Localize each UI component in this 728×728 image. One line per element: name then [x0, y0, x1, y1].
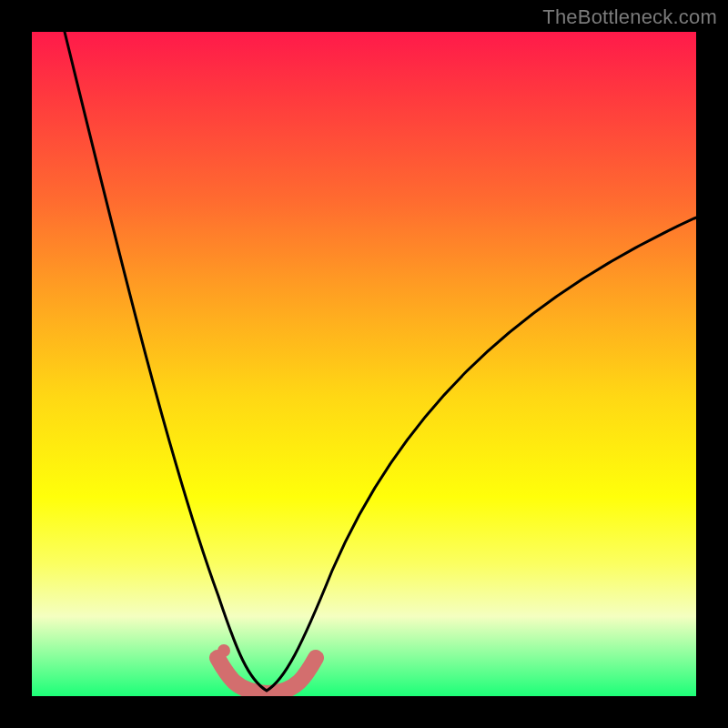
- bottleneck-curve: [65, 32, 696, 691]
- plot-area: [32, 32, 696, 696]
- watermark-label: TheBottleneck.com: [542, 5, 717, 29]
- chart-frame: TheBottleneck.com: [0, 0, 728, 728]
- dip-highlight: [217, 644, 316, 693]
- curve-layer: [32, 32, 696, 696]
